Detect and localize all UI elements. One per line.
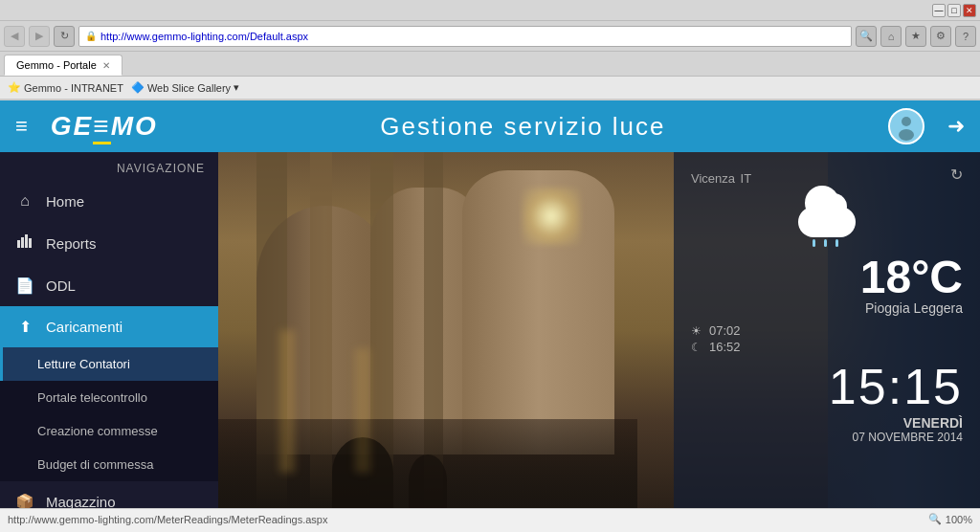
cloud-icon (793, 199, 860, 247)
tools-button[interactable]: ⚙ (930, 26, 951, 47)
close-button[interactable]: ✕ (963, 4, 976, 17)
status-url: http://www.gemmo-lighting.com/MeterReadi… (8, 514, 928, 525)
cloud-body (798, 207, 856, 237)
caricamenti-submenu: Letture Contatori Portale telecontrollo … (0, 347, 218, 481)
svg-rect-6 (29, 238, 32, 248)
weather-widget: Vicenza IT ↻ (218, 152, 980, 508)
moon-icon: ☾ (691, 341, 702, 354)
browser-tab[interactable]: Gemmo - Portale ✕ (4, 55, 122, 76)
weather-day: VENERDÌ (691, 415, 963, 431)
main-layout: NAVIGAZIONE ⌂ Home Reports 📄 (0, 152, 980, 508)
tab-bar: Gemmo - Portale ✕ (0, 52, 980, 77)
sidebar-item-home-label: Home (46, 193, 84, 210)
rain-drop-3 (835, 239, 838, 247)
weather-description: Pioggia Leggera (691, 300, 963, 316)
sidebar-item-reports[interactable]: Reports (0, 221, 218, 265)
creazione-commesse-label: Creazione commesse (37, 424, 158, 438)
app-wrapper: ≡ GE≡MO Gestione servizio luce ➜ NAVIGAZ… (0, 100, 980, 508)
sunset-row: ☾ 16:52 (691, 340, 963, 354)
app-header: ≡ GE≡MO Gestione servizio luce ➜ (0, 100, 980, 152)
window-controls: — □ ✕ (932, 4, 976, 17)
tab-label: Gemmo - Portale (16, 59, 97, 71)
web-slice-icon: 🔷 (131, 81, 145, 94)
sidebar-item-home[interactable]: ⌂ Home (0, 181, 218, 221)
sidebar-item-caricamenti-label: Caricamenti (46, 319, 122, 335)
avatar-image (892, 112, 921, 141)
rain-drop-2 (824, 239, 827, 247)
favorite-gemmo-intranet[interactable]: ⭐ Gemmo - INTRANET (8, 81, 123, 94)
portale-telecontrollo-label: Portale telecontrollo (37, 390, 147, 405)
star-icon: ⭐ (8, 81, 21, 94)
svg-rect-4 (21, 237, 24, 248)
maximize-button[interactable]: □ (947, 4, 961, 17)
app-logo: GE≡MO (51, 111, 158, 142)
sidebar-item-reports-label: Reports (46, 235, 97, 252)
weather-icon-area (691, 199, 963, 247)
weather-city: Vicenza IT (691, 166, 751, 188)
address-text: http://www.gemmo-lighting.com/Default.as… (100, 31, 308, 42)
weather-current-time: 15:15 (691, 362, 963, 411)
app-title: Gestione servizio luce (173, 112, 873, 142)
title-bar: — □ ✕ (0, 0, 980, 21)
back-button[interactable]: ◀ (4, 26, 25, 47)
favorites-button[interactable]: ★ (905, 26, 926, 47)
zoom-indicator: 🔍 100% (928, 513, 972, 525)
address-bar[interactable]: 🔒 http://www.gemmo-lighting.com/Default.… (78, 26, 852, 47)
hamburger-button[interactable]: ≡ (15, 114, 28, 139)
sunrise-time: 07:02 (709, 323, 741, 338)
weather-times: ☀ 07:02 ☾ 16:52 (691, 323, 963, 354)
status-right: 🔍 100% (928, 513, 972, 525)
weather-date: 07 NOVEMBRE 2014 (691, 431, 963, 444)
help-button[interactable]: ? (955, 26, 976, 47)
browser-nav-bar: ◀ ▶ ↻ 🔒 http://www.gemmo-lighting.com/De… (0, 21, 980, 52)
sidebar-item-caricamenti[interactable]: ⬆ Caricamenti (0, 306, 218, 347)
dropdown-icon: ▾ (234, 81, 239, 94)
svg-point-1 (902, 117, 911, 126)
reports-icon (15, 233, 34, 254)
budget-commessa-label: Budget di commessa (37, 457, 153, 472)
sidebar: NAVIGAZIONE ⌂ Home Reports 📄 (0, 152, 218, 508)
submenu-item-letture-contatori[interactable]: Letture Contatori (0, 347, 218, 381)
home-icon: ⌂ (15, 192, 34, 210)
sidebar-item-magazzino[interactable]: 📦 Magazzino (0, 481, 218, 508)
favorite-web-slice[interactable]: 🔷 Web Slice Gallery ▾ (131, 81, 239, 94)
tab-close-button[interactable]: ✕ (102, 60, 110, 71)
caricamenti-icon: ⬆ (15, 318, 34, 336)
rain-drop-1 (813, 239, 815, 247)
odl-icon: 📄 (15, 277, 34, 295)
favorites-bar: ⭐ Gemmo - INTRANET 🔷 Web Slice Gallery ▾ (0, 77, 980, 100)
status-bar: http://www.gemmo-lighting.com/MeterReadi… (0, 508, 980, 529)
submenu-item-portale-telecontrollo[interactable]: Portale telecontrollo (0, 381, 218, 414)
zoom-level: 100% (946, 514, 972, 525)
user-avatar[interactable] (888, 108, 924, 144)
home-browser-button[interactable]: ⌂ (880, 26, 902, 47)
submenu-item-budget-commessa[interactable]: Budget di commessa (0, 448, 218, 481)
zoom-icon: 🔍 (928, 513, 942, 525)
sidebar-item-magazzino-label: Magazzino (46, 494, 116, 508)
svg-rect-5 (25, 234, 28, 248)
letture-contatori-label: Letture Contatori (37, 357, 130, 371)
lock-icon: 🔒 (85, 31, 97, 41)
nav-section-label: NAVIGAZIONE (0, 152, 218, 181)
weather-overlay: Vicenza IT ↻ (674, 152, 980, 508)
search-icon[interactable]: 🔍 (856, 26, 877, 47)
exit-button[interactable]: ➜ (947, 114, 965, 139)
refresh-button[interactable]: ↻ (54, 26, 75, 47)
sunset-time: 16:52 (709, 340, 741, 354)
sidebar-item-odl[interactable]: 📄 ODL (0, 265, 218, 306)
weather-temperature: 18°C (691, 255, 963, 300)
forward-button[interactable]: ▶ (29, 26, 50, 47)
svg-point-2 (899, 129, 914, 141)
weather-refresh-button[interactable]: ↻ (950, 166, 963, 184)
magazzino-icon: 📦 (15, 493, 34, 508)
minimize-button[interactable]: — (932, 4, 946, 17)
sunrise-icon: ☀ (691, 324, 702, 338)
content-area: Vicenza IT ↻ (218, 152, 980, 508)
weather-date-area: VENERDÌ 07 NOVEMBRE 2014 (691, 415, 963, 444)
submenu-item-creazione-commesse[interactable]: Creazione commesse (0, 414, 218, 448)
svg-rect-3 (17, 240, 20, 248)
sunrise-row: ☀ 07:02 (691, 323, 963, 338)
sidebar-item-odl-label: ODL (46, 277, 76, 294)
